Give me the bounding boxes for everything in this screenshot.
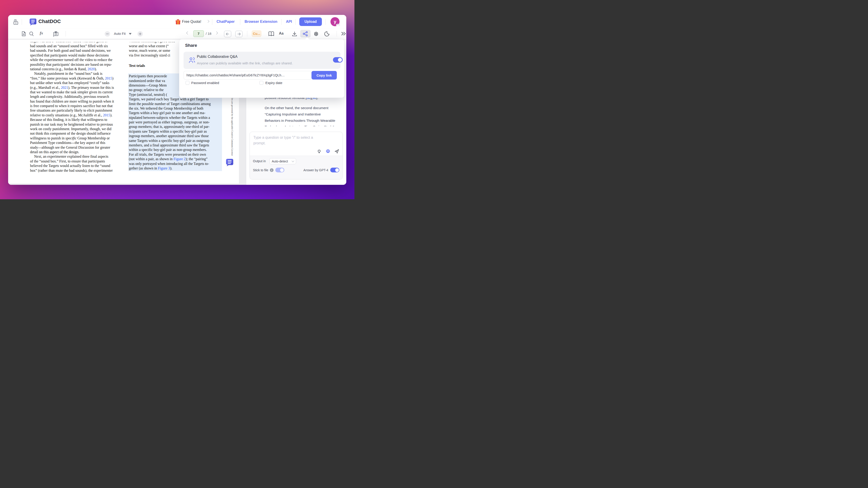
book-outline-icon[interactable] [268, 31, 274, 37]
download-icon[interactable] [292, 31, 297, 37]
public-qa-title: Public Collaborative Q&A [197, 55, 238, 59]
previous-page-icon[interactable] [186, 31, 189, 35]
text-settings-icon[interactable]: Aa [279, 31, 283, 35]
crown-badge-icon [336, 23, 340, 27]
output-language-select[interactable]: Auto-detect [270, 158, 296, 164]
zoom-out-button[interactable] [105, 31, 110, 37]
text-segment: Group Membership or [76, 136, 110, 140]
chat-input-card: Type a question or type "/" to select a … [250, 132, 343, 180]
pdf-text-line: detail on this aspect of the design. [30, 150, 123, 154]
zoom-level-value[interactable]: Auto Fit [114, 32, 126, 35]
pdf-text-line: that we wanted to make the task simpler … [30, 90, 123, 94]
zoom-in-button[interactable] [137, 31, 143, 37]
pdf-left-column: target was and a “sound box” filled with… [30, 42, 123, 173]
search-icon[interactable] [29, 31, 34, 37]
text-segment: punish in our task may be heightened rel… [30, 123, 113, 126]
chat-answer-line: “Capturing Impulsive and Inattentive [265, 111, 344, 118]
copy-link-button[interactable]: Copy link [311, 71, 337, 79]
text-segment: ). [110, 113, 112, 117]
citation-link[interactable]: 2015 [105, 76, 112, 80]
share-button-active[interactable] [300, 30, 311, 37]
pdf-text-line: possibility that participants' decisions… [30, 62, 123, 67]
pdf-text-line: is free compared to when it requires sac… [30, 104, 123, 108]
divider [337, 31, 337, 37]
text-segment: willingness to punish in [30, 136, 65, 140]
citation-link[interactable]: 2020 [88, 67, 95, 71]
divider [240, 19, 240, 25]
citation-link[interactable]: 2021 [61, 86, 68, 90]
send-message-icon[interactable] [334, 149, 339, 154]
free-quota-link[interactable]: Free Quota! [182, 20, 201, 24]
password-enabled-checkbox[interactable] [186, 81, 189, 85]
pdf-text-line: tational concerns (e.g., Jordan & Rand, … [30, 67, 123, 71]
text-segment: believed the Targets would actually list… [30, 164, 110, 168]
text-segment: bad sounds and an “unused sound box” fil… [30, 44, 108, 48]
divider [326, 19, 326, 25]
formula-icon[interactable]: fx [40, 31, 43, 35]
citation-link[interactable]: Figure 3 [158, 166, 170, 170]
page-thumbnails-icon[interactable] [22, 31, 26, 37]
custom-badge[interactable]: Cu... [252, 30, 261, 37]
history-back-button[interactable] [224, 31, 231, 37]
openai-icon[interactable] [313, 31, 319, 38]
chat-answer-line: Behaviors in Preschoolers Through Wearab… [265, 118, 344, 124]
nav-chatpaper[interactable]: ChatPaper [217, 20, 235, 24]
text-segment: specified that participants would make t… [30, 53, 109, 57]
pdf-text-line: within a specific boy-girl pair as non-g… [129, 148, 222, 152]
text-segment: that we wanted to make the task simpler … [30, 90, 113, 94]
page-number-input[interactable]: 7 [193, 30, 204, 37]
app-header: ChatDOC Free Quota! ChatPaper Browser Ex… [8, 15, 346, 29]
text-segment: worse, much worse, or some [129, 48, 170, 53]
chat-input-placeholder[interactable]: Type a question or type "/" to select a … [253, 135, 323, 146]
pdf-text-line: work on costly punishment. Importantly, … [30, 127, 123, 131]
text-segment: via five increasingly sized ci [129, 53, 170, 57]
pdf-text-line: box” (rather than mute the bad sounds), … [30, 168, 123, 173]
next-page-icon[interactable] [215, 31, 218, 35]
stick-to-file-toggle[interactable] [275, 168, 284, 172]
pdf-text-line: limit the possible number of Target comb… [129, 102, 222, 106]
answer-by-gpt4-toggle[interactable] [330, 168, 339, 172]
citation-link[interactable]: 2015 [103, 113, 110, 117]
page-total-label: / 18 [206, 32, 211, 35]
screenshot-camera-icon[interactable] [53, 31, 59, 37]
text-segment: group members; that is, approximately on… [129, 125, 210, 129]
text-segment: possibility that participants' decisions… [30, 63, 112, 66]
pdf-text-line: of the “sound box.” First, to ensure tha… [30, 159, 123, 164]
prompt-ideas-bulb-icon[interactable] [317, 149, 322, 154]
pdf-text-line: the six. We tethered the Group Membershi… [129, 106, 222, 111]
info-icon[interactable] [270, 168, 274, 172]
text-segment: of the “sound box.” First, to ensure tha… [30, 159, 105, 163]
pdf-text-line: specified that participants would make t… [30, 53, 123, 58]
pdf-toolbar: fx Auto Fit 7 / 18 [8, 29, 346, 39]
dark-mode-moon-icon[interactable] [324, 31, 330, 37]
output-in-label: Output in [253, 159, 266, 163]
upload-button[interactable]: Upload [299, 18, 322, 26]
nav-browser-extension[interactable]: Browser Extension [245, 20, 277, 24]
text-segment: tational concerns (e.g., Jordan & Rand, [30, 67, 88, 71]
pdf-text-line: Notably, punishment in the “sound box” t… [30, 71, 123, 76]
annotation-chat-bubble-icon[interactable] [226, 158, 234, 167]
pdf-text-line: members, and a final approximate third s… [129, 143, 222, 148]
history-forward-button[interactable] [235, 31, 243, 37]
text-segment: but unlike other work that has employed … [30, 81, 110, 85]
pdf-text-line: bad sounds. For both good and bad sound … [30, 48, 123, 53]
text-segment: worse and to what extent (“ [129, 44, 168, 48]
share-popover: Share Public Collaborative Q&A Anyone ca… [179, 39, 344, 98]
public-qa-toggle[interactable] [333, 57, 343, 63]
pdf-text-line: free situations are particularly likely … [30, 108, 123, 113]
expand-more-chevrons-icon[interactable] [340, 31, 346, 37]
expiry-date-checkbox[interactable] [259, 81, 264, 85]
text-segment: ). The primary reason for this is [68, 86, 114, 90]
citation-link[interactable]: Figure 2 [174, 157, 186, 161]
pdf-text-line: relative to costly situations (e.g., McA… [30, 113, 123, 118]
text-segment: Participants then proceede [129, 74, 167, 78]
nav-api[interactable]: API [286, 20, 292, 24]
sidebar-toggle-icon[interactable] [13, 19, 19, 26]
pdf-text-line: For all trials, the Targets were present… [129, 152, 222, 157]
share-link-input[interactable]: https://chatdoc.com/chatdoc/#/share/pEuG… [184, 71, 311, 79]
zoom-dropdown-icon[interactable] [129, 33, 131, 35]
chat-settings-gear-icon[interactable] [326, 149, 331, 154]
pdf-text-line: (not within a pair, as shown in Figure 2… [129, 157, 222, 161]
divider [247, 31, 247, 37]
chat-input-area[interactable]: Type a question or type "/" to select a … [250, 132, 342, 156]
